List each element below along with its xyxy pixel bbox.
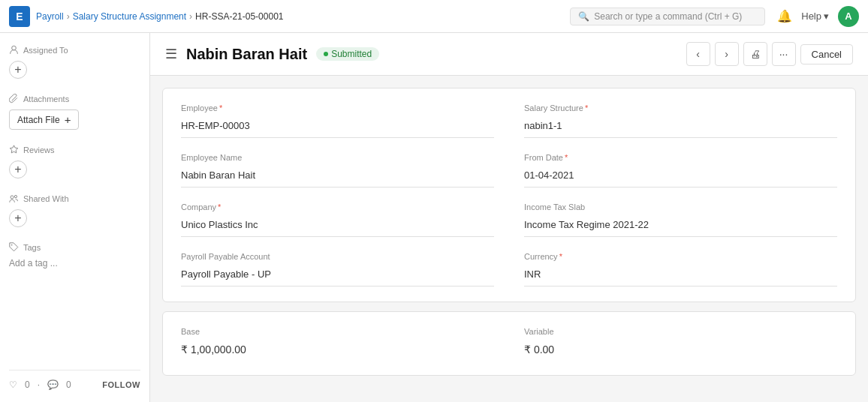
salary-structure-value[interactable]: nabin1-1 — [524, 116, 837, 138]
income-tax-slab-field: Income Tax Slab Income Tax Regime 2021-2… — [524, 202, 837, 237]
more-options-button[interactable]: ··· — [772, 42, 796, 66]
attachments-title: Attachments — [9, 94, 140, 104]
income-tax-slab-label: Income Tax Slab — [524, 202, 837, 212]
search-icon: 🔍 — [578, 11, 589, 22]
breadcrumb-salary-structure[interactable]: Salary Structure Assignment — [73, 11, 186, 22]
salary-structure-required-indicator: * — [585, 104, 588, 112]
main-layout: Assigned To + Attachments Attach File + … — [0, 33, 868, 402]
attach-plus-icon: + — [65, 113, 71, 126]
tags-section: Tags Add a tag ... — [9, 242, 140, 268]
assigned-to-add-button[interactable]: + — [9, 61, 27, 79]
base-field: Base ₹ 1,00,000.00 — [181, 327, 494, 360]
sidebar: Assigned To + Attachments Attach File + … — [0, 33, 150, 402]
company-required-indicator: * — [218, 202, 221, 212]
variable-field: Variable ₹ 0.00 — [524, 327, 837, 360]
employee-name-label: Employee Name — [181, 153, 494, 162]
content-area: ☰ Nabin Baran Hait Submitted ‹ › 🖨 ··· C… — [150, 33, 868, 402]
reviews-title: Reviews — [9, 145, 140, 154]
prev-button[interactable]: ‹ — [686, 42, 710, 66]
shared-with-section: Shared With + — [9, 194, 140, 227]
variable-label: Variable — [524, 327, 837, 336]
reviews-icon — [9, 145, 19, 154]
salary-structure-field: Salary Structure* nabin1-1 — [524, 104, 837, 138]
comment-icon[interactable]: 💬 — [47, 380, 59, 390]
payroll-payable-account-field: Payroll Payable Account Payroll Payable … — [181, 252, 494, 286]
shared-with-add-button[interactable]: + — [9, 209, 27, 227]
tags-title: Tags — [9, 242, 140, 252]
likes-count: 0 — [25, 380, 30, 390]
sidebar-toggle-icon[interactable]: ☰ — [165, 46, 177, 62]
form-grid: Employee* HR-EMP-00003 Salary Structure*… — [181, 104, 837, 286]
next-button[interactable]: › — [715, 42, 739, 66]
cards-container: Employee* HR-EMP-00003 Salary Structure*… — [150, 76, 868, 388]
heart-icon[interactable]: ♡ — [9, 380, 17, 390]
payroll-payable-account-value[interactable]: Payroll Payable - UP — [181, 264, 494, 286]
reviews-section: Reviews + — [9, 145, 140, 178]
company-label: Company* — [181, 202, 494, 212]
add-tag-input[interactable]: Add a tag ... — [9, 258, 140, 268]
main-form-card: Employee* HR-EMP-00003 Salary Structure*… — [162, 88, 856, 302]
income-tax-slab-value[interactable]: Income Tax Regime 2021-22 — [524, 214, 837, 237]
assigned-to-icon — [9, 45, 19, 55]
variable-value: ₹ 0.00 — [524, 339, 837, 360]
svg-point-1 — [11, 196, 14, 199]
company-value[interactable]: Unico Plastics Inc — [181, 214, 494, 237]
cancel-button[interactable]: Cancel — [800, 44, 853, 64]
breadcrumb-sep-1: › — [67, 11, 70, 22]
status-dot — [324, 52, 328, 56]
svg-point-2 — [14, 195, 17, 197]
help-menu[interactable]: Help ▾ — [801, 10, 829, 22]
company-field: Company* Unico Plastics Inc — [181, 202, 494, 237]
page-header: ☰ Nabin Baran Hait Submitted ‹ › 🖨 ··· C… — [150, 33, 868, 76]
breadcrumb-current: HR-SSA-21-05-00001 — [195, 11, 283, 22]
payroll-payable-account-label: Payroll Payable Account — [181, 252, 494, 261]
avatar[interactable]: A — [838, 6, 859, 27]
notifications-icon[interactable]: 🔔 — [777, 9, 792, 23]
currency-required-indicator: * — [559, 252, 562, 261]
employee-value[interactable]: HR-EMP-00003 — [181, 116, 494, 138]
from-date-required-indicator: * — [565, 153, 568, 162]
svg-point-3 — [11, 244, 13, 246]
brand-logo[interactable]: E — [9, 6, 30, 27]
currency-label: Currency* — [524, 252, 837, 261]
base-variable-card: Base ₹ 1,00,000.00 Variable ₹ 0.00 — [162, 311, 856, 376]
page-title: Nabin Baran Hait — [186, 46, 307, 63]
employee-label: Employee* — [181, 104, 494, 112]
currency-value[interactable]: INR — [524, 264, 837, 286]
reviews-add-button[interactable]: + — [9, 160, 27, 178]
from-date-value[interactable]: 01-04-2021 — [524, 165, 837, 188]
search-placeholder-text: Search or type a command (Ctrl + G) — [594, 11, 742, 22]
base-value: ₹ 1,00,000.00 — [181, 339, 494, 360]
sidebar-footer: ♡ 0 · 💬 0 FOLLOW — [9, 370, 140, 390]
breadcrumb-sep-2: › — [189, 11, 192, 22]
chevron-down-icon: ▾ — [824, 10, 829, 22]
salary-structure-label: Salary Structure* — [524, 104, 837, 112]
follow-button[interactable]: FOLLOW — [102, 380, 140, 389]
page-actions: ‹ › 🖨 ··· Cancel — [686, 42, 853, 66]
assigned-to-section: Assigned To + — [9, 45, 140, 79]
assigned-to-title: Assigned To — [9, 45, 140, 55]
footer-dot-sep: · — [38, 380, 40, 390]
currency-field: Currency* INR — [524, 252, 837, 286]
base-label: Base — [181, 327, 494, 336]
shared-with-title: Shared With — [9, 194, 140, 203]
tags-icon — [9, 242, 19, 252]
breadcrumb-payroll[interactable]: Payroll — [36, 11, 64, 22]
employee-name-field: Employee Name Nabin Baran Hait — [181, 153, 494, 188]
search-bar[interactable]: 🔍 Search or type a command (Ctrl + G) — [570, 8, 765, 26]
from-date-label: From Date* — [524, 153, 837, 162]
from-date-field: From Date* 01-04-2021 — [524, 153, 837, 188]
shared-with-icon — [9, 194, 19, 203]
comments-count: 0 — [66, 380, 71, 390]
breadcrumb: Payroll › Salary Structure Assignment › … — [36, 11, 558, 22]
employee-name-value[interactable]: Nabin Baran Hait — [181, 165, 494, 188]
status-badge: Submitted — [316, 47, 379, 61]
attach-file-button[interactable]: Attach File + — [9, 110, 79, 130]
navbar: E Payroll › Salary Structure Assignment … — [0, 0, 868, 33]
print-button[interactable]: 🖨 — [743, 42, 767, 66]
employee-required-indicator: * — [219, 104, 222, 112]
employee-field: Employee* HR-EMP-00003 — [181, 104, 494, 138]
status-label: Submitted — [331, 49, 372, 59]
base-variable-grid: Base ₹ 1,00,000.00 Variable ₹ 0.00 — [181, 327, 837, 360]
attachments-icon — [9, 94, 19, 104]
